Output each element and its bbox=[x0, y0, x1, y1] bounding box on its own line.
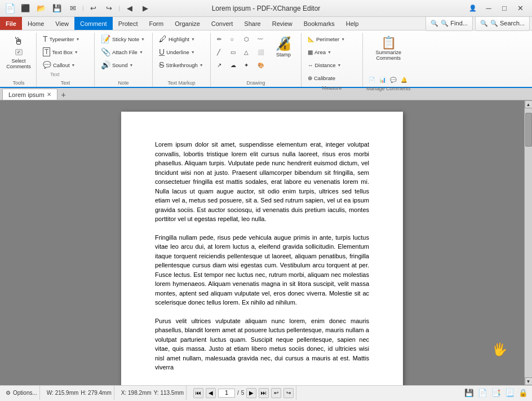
qa-back-btn[interactable]: ◀ bbox=[123, 2, 136, 15]
textbox-btn[interactable]: T Text Box ▼ bbox=[40, 46, 91, 58]
minimize-btn[interactable]: ─ bbox=[481, 2, 496, 15]
tab-add-btn[interactable]: + bbox=[59, 90, 69, 100]
nav-prev-btn[interactable]: ◀ bbox=[206, 388, 216, 398]
scroll-up-btn[interactable]: ▲ bbox=[525, 100, 533, 108]
ellipse-btn[interactable]: ○ bbox=[228, 33, 240, 45]
qa-new-btn[interactable]: ⬛ bbox=[19, 2, 32, 15]
strikethrough-icon: S bbox=[159, 60, 164, 69]
manage-btn2[interactable]: 📊 bbox=[378, 74, 388, 85]
area-btn[interactable]: ▦ Area ▼ bbox=[305, 46, 359, 58]
freehand-btn[interactable]: 〰 bbox=[255, 33, 267, 45]
menu-home[interactable]: Home bbox=[22, 17, 50, 30]
nav-next-btn[interactable]: ▶ bbox=[246, 388, 256, 398]
manage-comments-label: Manage Comments bbox=[366, 86, 411, 92]
drawing-content: ✏ ○ ⬡ 〰 ╱ ▭ △ ⬜ ↗ ☁ ✦ 🎨 bbox=[214, 33, 298, 79]
arrow-btn[interactable]: ↗ bbox=[214, 59, 227, 71]
ribbon: 🖱 ✓ Select Comments Tools T Typewriter ▼ bbox=[0, 30, 532, 88]
nav-back-btn[interactable]: ↩ bbox=[271, 388, 281, 398]
note-label: Note bbox=[98, 80, 149, 87]
menu-comment[interactable]: Comment bbox=[74, 17, 113, 30]
menu-share[interactable]: Share bbox=[238, 17, 266, 30]
stamp-btn[interactable]: 🔏 Lorem ipsum dolor sit amet, suspendiss… bbox=[270, 33, 297, 73]
drawing-tools-col: ✏ ○ ⬡ 〰 ╱ ▭ △ ⬜ ↗ ☁ ✦ 🎨 bbox=[214, 33, 267, 71]
eraser-btn[interactable]: ⬜ bbox=[255, 46, 267, 58]
menu-help[interactable]: Help bbox=[340, 17, 365, 30]
manage-btn3[interactable]: 💬 bbox=[389, 74, 399, 85]
qa-forward-btn[interactable]: ▶ bbox=[139, 2, 152, 15]
status-view-btn2[interactable]: 📑 bbox=[490, 387, 502, 399]
scroll-down-btn[interactable]: ▼ bbox=[525, 377, 533, 385]
callout-btn[interactable]: 💬 Callout ▼ bbox=[40, 59, 91, 71]
dimensions-seg: W: 215.9mm H: 279.4mm bbox=[45, 386, 114, 400]
sticky-note-btn[interactable]: 📝 Sticky Note ▼ bbox=[98, 33, 149, 45]
perimeter-dropdown-arrow: ▼ bbox=[341, 37, 345, 41]
qa-undo-btn[interactable]: ↩ bbox=[87, 2, 100, 15]
highlight-dropdown-arrow: ▼ bbox=[191, 37, 195, 41]
search-button[interactable]: 🔍 🔍 Search... bbox=[475, 16, 530, 31]
underline-btn[interactable]: U Underline ▼ bbox=[156, 46, 207, 58]
perimeter-btn[interactable]: 📐 Perimeter ▼ bbox=[305, 33, 359, 45]
document-page: Lorem ipsum dolor sit amet, suspendisse … bbox=[121, 112, 403, 385]
menu-review[interactable]: Review bbox=[267, 17, 298, 30]
menu-file[interactable]: File bbox=[0, 17, 22, 30]
tab-close-btn[interactable]: ✕ bbox=[47, 91, 51, 98]
pencil-btn[interactable]: ✏ bbox=[214, 33, 227, 45]
qa-email-btn[interactable]: ✉ bbox=[66, 2, 79, 15]
ribbon-group-note: 📝 Sticky Note ▼ 📎 Attach File ▼ 🔊 Sound … bbox=[96, 33, 153, 87]
line-btn[interactable]: ╱ bbox=[214, 46, 227, 58]
status-save-btn[interactable]: 💾 bbox=[463, 387, 475, 399]
distance-btn[interactable]: ↔ Distance ▼ bbox=[305, 59, 359, 71]
calibrate-icon: ⊕ bbox=[308, 75, 312, 81]
menu-form[interactable]: Form bbox=[144, 17, 170, 30]
nav-forward-btn[interactable]: ↪ bbox=[283, 388, 294, 398]
nav-first-btn[interactable]: ⏮ bbox=[193, 388, 203, 398]
manage-btn4[interactable]: 🔔 bbox=[400, 74, 410, 85]
attach-file-dropdown-arrow: ▼ bbox=[139, 50, 143, 54]
qa-save-btn[interactable]: 💾 bbox=[51, 2, 63, 15]
cloud-btn[interactable]: ☁ bbox=[228, 59, 240, 71]
select-comments-btn[interactable]: 🖱 ✓ Select Comments bbox=[5, 33, 33, 73]
paragraph-1: Lorem ipsum dolor sit amet, suspendisse … bbox=[155, 140, 369, 224]
ribbon-group-tools: 🖱 ✓ Select Comments Tools bbox=[2, 33, 37, 87]
manage-btn1[interactable]: 📄 bbox=[367, 74, 378, 85]
color-btn[interactable]: 🎨 bbox=[255, 59, 267, 71]
highlight-btn[interactable]: 🖊 Highlight ▼ bbox=[156, 33, 207, 45]
qa-redo-btn[interactable]: ↪ bbox=[103, 2, 116, 15]
vertical-scrollbar[interactable]: ▲ ▼ bbox=[524, 100, 532, 385]
star-btn[interactable]: ✦ bbox=[241, 59, 254, 71]
menu-convert[interactable]: Convert bbox=[206, 17, 239, 30]
scroll-thumb[interactable] bbox=[525, 113, 532, 147]
maximize-btn[interactable]: □ bbox=[497, 2, 512, 15]
close-btn[interactable]: ✕ bbox=[513, 2, 527, 15]
status-security-btn[interactable]: 🔒 bbox=[517, 387, 529, 399]
status-view-btn1[interactable]: 📄 bbox=[477, 387, 488, 399]
polygon-btn[interactable]: ⬡ bbox=[241, 33, 254, 45]
status-bar: ⚙ Options... W: 215.9mm H: 279.4mm X: 19… bbox=[0, 385, 532, 400]
cursor-indicator: 🖐 bbox=[492, 342, 507, 357]
typewriter-btn[interactable]: T Typewriter ▼ bbox=[40, 33, 91, 45]
perimeter-icon: 📐 bbox=[308, 36, 314, 42]
menu-protect[interactable]: Protect bbox=[113, 17, 144, 30]
highlight-icon: 🖊 bbox=[159, 34, 167, 43]
nav-last-btn[interactable]: ⏭ bbox=[259, 388, 269, 398]
calibrate-btn[interactable]: ⊕ Calibrate bbox=[305, 72, 359, 84]
drawing-row1: ✏ ○ ⬡ 〰 bbox=[214, 33, 267, 45]
app-title: Lorem ipsum - PDF-XChange Editor bbox=[212, 5, 321, 12]
strikethrough-btn[interactable]: S Strikethrough ▼ bbox=[156, 59, 207, 71]
summarize-comments-btn[interactable]: 📋 SummarizeComments bbox=[374, 33, 402, 73]
page-number-input[interactable] bbox=[218, 389, 235, 398]
doc-tab-lorem-ipsum[interactable]: Lorem ipsum ✕ bbox=[2, 89, 57, 100]
options-label[interactable]: Options... bbox=[13, 390, 37, 396]
paragraph-2: Fringilla nullam pede, risus pede vehicu… bbox=[155, 233, 369, 307]
menu-organize[interactable]: Organize bbox=[169, 17, 206, 30]
status-view-btn3[interactable]: 📃 bbox=[504, 387, 515, 399]
attach-file-btn[interactable]: 📎 Attach File ▼ bbox=[98, 46, 149, 58]
menu-bookmarks[interactable]: Bookmarks bbox=[298, 17, 340, 30]
ribbon-group-measure: 📐 Perimeter ▼ ▦ Area ▼ ↔ Distance ▼ bbox=[303, 33, 363, 87]
triangle-btn[interactable]: △ bbox=[241, 46, 254, 58]
menu-view[interactable]: View bbox=[50, 17, 74, 30]
find-button[interactable]: 🔍 🔍 Find... bbox=[425, 16, 473, 31]
rectangle-btn[interactable]: ▭ bbox=[228, 46, 240, 58]
sound-btn[interactable]: 🔊 Sound ▼ bbox=[98, 59, 149, 71]
qa-open-btn[interactable]: 📂 bbox=[35, 2, 47, 15]
